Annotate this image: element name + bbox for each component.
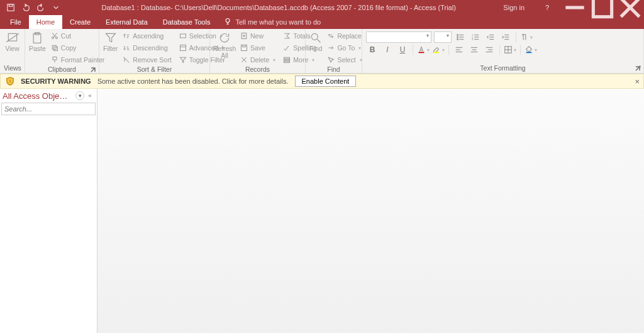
refresh-all-label: Refresh All	[213, 45, 236, 59]
tell-me-search[interactable]: Tell me what you want to do	[218, 15, 327, 29]
svg-rect-21	[180, 34, 186, 38]
format-painter-button[interactable]: Format Painter	[48, 54, 107, 65]
goto-button[interactable]: Go To	[325, 42, 364, 54]
search-input[interactable]	[2, 105, 94, 113]
security-close-icon[interactable]: ×	[635, 77, 640, 86]
svg-rect-68	[526, 52, 532, 54]
ribbon-tabs: File Home Create External Data Database …	[0, 15, 644, 29]
text-direction-icon[interactable]	[520, 31, 533, 43]
save-record-button[interactable]: Save	[238, 42, 278, 54]
italic-icon[interactable]: I	[381, 44, 394, 55]
tab-home[interactable]: Home	[29, 15, 62, 29]
gridlines-icon[interactable]	[504, 44, 516, 55]
nav-dropdown-icon[interactable]: ▾	[75, 91, 84, 100]
refresh-all-button[interactable]: Refresh All	[214, 30, 235, 59]
quick-access-toolbar	[0, 1, 63, 14]
ribbon: View Views Paste Cut Copy Format Painter…	[0, 29, 644, 74]
security-warning-bar: ! SECURITY WARNING Some active content h…	[0, 74, 644, 89]
underline-icon[interactable]: U	[396, 44, 409, 55]
select-button[interactable]: Select	[325, 54, 364, 65]
tab-file[interactable]: File	[3, 15, 29, 29]
security-warning-message[interactable]: Some active content has been disabled. C…	[97, 77, 289, 85]
delete-record-button[interactable]: Delete	[238, 54, 278, 65]
tab-external-data[interactable]: External Data	[98, 15, 155, 29]
tab-database-tools[interactable]: Database Tools	[155, 15, 218, 29]
increase-indent-icon[interactable]	[499, 31, 512, 43]
svg-rect-3	[593, 0, 611, 17]
group-views: View Views	[0, 29, 25, 73]
new-record-button[interactable]: New	[238, 30, 278, 42]
redo-icon[interactable]	[34, 1, 48, 14]
shield-icon: !	[6, 77, 14, 86]
save-icon[interactable]	[4, 1, 18, 14]
close-icon[interactable]	[616, 0, 644, 15]
fill-color-icon[interactable]	[525, 44, 537, 55]
ascending-button[interactable]: Ascending	[120, 30, 174, 42]
svg-text:!: !	[9, 79, 11, 84]
svg-point-6	[226, 19, 230, 23]
maximize-icon[interactable]	[589, 0, 616, 15]
remove-sort-label: Remove Sort	[133, 56, 171, 64]
navigation-pane: All Access Obje… ▾ «	[0, 89, 97, 333]
qat-customize-icon[interactable]	[49, 1, 63, 14]
font-color-icon[interactable]	[417, 44, 430, 55]
search-icon[interactable]	[94, 109, 95, 110]
window-title: Database1 : Database- C:\Users\Dell\Docu…	[63, 4, 494, 11]
main-area: All Access Obje… ▾ «	[0, 89, 644, 333]
new-record-label: New	[250, 32, 264, 40]
view-label: View	[5, 45, 19, 52]
remove-sort-button[interactable]: Remove Sort	[120, 54, 174, 65]
cut-label: Cut	[61, 32, 71, 40]
paste-button[interactable]: Paste	[29, 30, 46, 52]
svg-rect-0	[8, 4, 14, 11]
copy-label: Copy	[61, 44, 77, 52]
group-label-clipboard: Clipboard	[29, 65, 95, 74]
help-icon[interactable]: ?	[533, 0, 561, 15]
lightbulb-icon	[224, 18, 231, 26]
font-size-combo[interactable]	[434, 31, 452, 43]
sign-in-link[interactable]: Sign in	[494, 4, 533, 11]
align-center-icon[interactable]	[468, 44, 480, 55]
cut-button[interactable]: Cut	[48, 30, 107, 42]
undo-icon[interactable]	[19, 1, 33, 14]
highlight-color-icon[interactable]	[432, 44, 445, 55]
group-label-sort-filter: Sort & Filter	[103, 65, 206, 74]
svg-point-36	[457, 35, 458, 36]
tell-me-label: Tell me what you want to do	[235, 18, 321, 26]
group-label-find: Find	[309, 65, 358, 74]
svg-rect-1	[9, 4, 12, 7]
nav-search[interactable]	[1, 103, 96, 115]
group-text-formatting: 123 B I U	[362, 29, 644, 73]
clipboard-launcher-icon[interactable]	[90, 67, 96, 73]
descending-button[interactable]: Descending	[120, 42, 174, 54]
numbering-icon[interactable]: 123	[469, 31, 482, 43]
goto-label: Go To	[337, 44, 355, 52]
font-name-combo[interactable]	[366, 31, 431, 43]
nav-header[interactable]: All Access Obje… ▾ «	[0, 89, 97, 103]
nav-collapse-icon[interactable]: «	[86, 91, 94, 100]
nav-title: All Access Obje…	[3, 91, 74, 101]
filter-button[interactable]: Filter	[103, 30, 118, 52]
svg-rect-18	[53, 47, 57, 51]
collapse-ribbon-icon[interactable]: ˄	[638, 65, 641, 72]
svg-rect-31	[284, 57, 290, 59]
decrease-indent-icon[interactable]	[484, 31, 497, 43]
tab-create[interactable]: Create	[62, 15, 98, 29]
bullets-icon[interactable]	[454, 31, 467, 43]
separator	[413, 45, 413, 55]
replace-label: Replace	[337, 32, 362, 40]
svg-point-38	[457, 37, 458, 38]
enable-content-button[interactable]: Enable Content	[295, 76, 357, 87]
save-record-label: Save	[250, 44, 265, 52]
descending-label: Descending	[133, 44, 167, 52]
find-button[interactable]: Find	[309, 30, 322, 52]
title-bar: Database1 : Database- C:\Users\Dell\Docu…	[0, 0, 644, 15]
align-right-icon[interactable]	[483, 44, 496, 55]
bold-icon[interactable]: B	[366, 44, 379, 55]
copy-button[interactable]: Copy	[48, 42, 107, 54]
svg-point-34	[312, 33, 318, 40]
view-button[interactable]: View	[4, 30, 21, 52]
minimize-icon[interactable]	[561, 0, 589, 15]
align-left-icon[interactable]	[453, 44, 465, 55]
replace-button[interactable]: Replace	[325, 30, 364, 42]
